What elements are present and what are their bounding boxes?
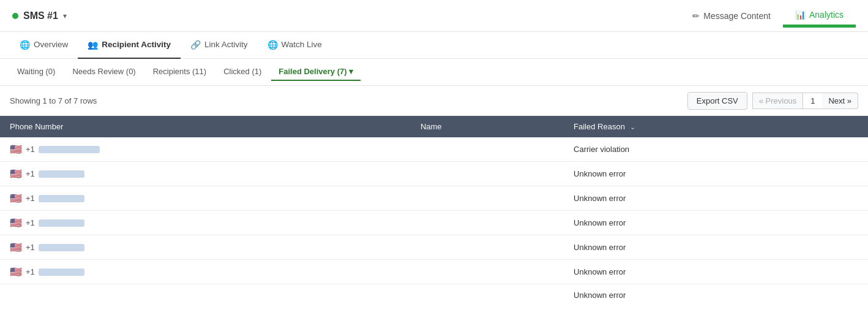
subtab-needs-review[interactable]: Needs Review (0) xyxy=(65,63,143,81)
name-cell xyxy=(411,260,564,284)
message-content-button[interactable]: ✏ Message Content xyxy=(680,5,783,27)
name-cell xyxy=(411,137,564,162)
phone-cell xyxy=(0,284,411,306)
failed-reason-cell: Unknown error xyxy=(564,211,868,235)
tab-watch-live-label: Watch Live xyxy=(282,40,322,49)
name-cell xyxy=(411,162,564,186)
phone-prefix: +1 xyxy=(26,194,35,203)
nav-tabs: 🌐 Overview 👥 Recipient Activity 🔗 Link A… xyxy=(0,32,868,59)
phone-redacted xyxy=(39,219,84,227)
flag-icon: 🇺🇸 xyxy=(10,242,22,253)
table-row: 🇺🇸 +1 Unknown error xyxy=(0,235,868,260)
sort-arrow-icon: ⌄ xyxy=(630,123,635,131)
phone-cell: 🇺🇸 +1 xyxy=(0,260,411,284)
pencil-icon: ✏ xyxy=(692,11,700,21)
top-bar-left: SMS #1 ▾ xyxy=(12,10,67,21)
flag-icon: 🇺🇸 xyxy=(10,192,22,204)
col-name: Name xyxy=(411,116,564,137)
toolbar: Showing 1 to 7 of 7 rows Export CSV « Pr… xyxy=(0,86,868,116)
status-dot xyxy=(12,13,18,19)
table-row: 🇺🇸 +1 Unknown error xyxy=(0,211,868,235)
phone-cell: 🇺🇸 +1 xyxy=(0,162,411,186)
recipient-activity-icon: 👥 xyxy=(88,40,98,50)
flag-icon: 🇺🇸 xyxy=(10,266,22,278)
tab-recipient-activity[interactable]: 👥 Recipient Activity xyxy=(78,32,181,59)
phone-prefix: +1 xyxy=(26,145,35,154)
tab-overview-label: Overview xyxy=(34,40,68,49)
phone-prefix: +1 xyxy=(26,267,35,276)
subtab-recipients[interactable]: Recipients (11) xyxy=(146,63,214,81)
campaign-dropdown-icon[interactable]: ▾ xyxy=(63,12,67,20)
table-row: 🇺🇸 +1 Unknown error xyxy=(0,260,868,284)
phone-redacted xyxy=(39,170,84,178)
link-activity-icon: 🔗 xyxy=(190,40,201,50)
subtab-clicked[interactable]: Clicked (1) xyxy=(216,63,269,81)
failed-reason-cell: Carrier violation xyxy=(564,137,868,162)
failed-reason-cell: Unknown error xyxy=(564,186,868,211)
table-row: 🇺🇸 +1 Carrier violation xyxy=(0,137,868,162)
showing-text: Showing 1 to 7 of 7 rows xyxy=(10,96,97,105)
top-bar: SMS #1 ▾ ✏ Message Content 📊 Analytics xyxy=(0,0,868,32)
tab-link-activity-label: Link Activity xyxy=(204,40,248,49)
failed-reason-cell: Unknown error xyxy=(564,260,868,284)
message-content-label: Message Content xyxy=(703,11,771,21)
name-cell xyxy=(411,284,564,306)
phone-redacted xyxy=(39,268,84,276)
failed-reason-cell: Unknown error xyxy=(564,162,868,186)
current-page: 1 xyxy=(803,93,822,109)
previous-page-button[interactable]: « Previous xyxy=(752,93,803,109)
table-row: 🇺🇸 +1 Unknown error xyxy=(0,162,868,186)
data-table: Phone Number Name Failed Reason ⌄ 🇺🇸 +1 … xyxy=(0,116,868,306)
phone-redacted xyxy=(39,244,84,251)
export-csv-button[interactable]: Export CSV xyxy=(687,92,747,110)
subtab-failed-delivery-label: Failed Delivery (7) ▾ xyxy=(279,67,353,76)
subtab-clicked-label: Clicked (1) xyxy=(223,67,261,76)
subtab-failed-delivery[interactable]: Failed Delivery (7) ▾ xyxy=(271,63,361,81)
flag-icon: 🇺🇸 xyxy=(10,217,22,229)
phone-cell: 🇺🇸 +1 xyxy=(0,186,411,211)
tab-overview[interactable]: 🌐 Overview xyxy=(10,32,78,59)
subtab-waiting-label: Waiting (0) xyxy=(17,67,55,76)
pagination: Export CSV « Previous 1 Next » xyxy=(687,92,858,110)
name-cell xyxy=(411,186,564,211)
tab-recipient-activity-label: Recipient Activity xyxy=(102,40,171,49)
overview-icon: 🌐 xyxy=(20,40,30,50)
failed-reason-cell: Unknown error xyxy=(564,284,868,306)
col-failed-reason[interactable]: Failed Reason ⌄ xyxy=(564,116,868,137)
phone-prefix: +1 xyxy=(26,243,35,252)
col-phone-number: Phone Number xyxy=(0,116,411,137)
table-header-row: Phone Number Name Failed Reason ⌄ xyxy=(0,116,868,137)
table-row: Unknown error xyxy=(0,284,868,306)
subtab-needs-review-label: Needs Review (0) xyxy=(72,67,135,76)
flag-icon: 🇺🇸 xyxy=(10,168,22,180)
phone-cell: 🇺🇸 +1 xyxy=(0,235,411,260)
phone-cell: 🇺🇸 +1 xyxy=(0,211,411,235)
analytics-button[interactable]: 📊 Analytics xyxy=(783,4,856,28)
phone-prefix: +1 xyxy=(26,169,35,178)
subtab-recipients-label: Recipients (11) xyxy=(153,67,206,76)
name-cell xyxy=(411,235,564,260)
watch-live-icon: 🌐 xyxy=(268,40,278,50)
tab-watch-live[interactable]: 🌐 Watch Live xyxy=(258,32,332,59)
subtab-waiting[interactable]: Waiting (0) xyxy=(10,63,62,81)
campaign-title: SMS #1 xyxy=(23,10,58,21)
flag-icon: 🇺🇸 xyxy=(10,143,22,155)
table-row: 🇺🇸 +1 Unknown error xyxy=(0,186,868,211)
phone-redacted xyxy=(39,146,100,153)
name-cell xyxy=(411,211,564,235)
tab-link-activity[interactable]: 🔗 Link Activity xyxy=(181,32,258,59)
top-bar-right: ✏ Message Content 📊 Analytics xyxy=(680,4,856,28)
phone-prefix: +1 xyxy=(26,218,35,227)
analytics-label: Analytics xyxy=(809,10,844,20)
next-page-button[interactable]: Next » xyxy=(822,93,858,109)
failed-reason-cell: Unknown error xyxy=(564,235,868,260)
sub-tabs: Waiting (0) Needs Review (0) Recipients … xyxy=(0,59,868,86)
bar-chart-icon: 📊 xyxy=(795,10,806,20)
phone-cell: 🇺🇸 +1 xyxy=(0,137,411,162)
phone-redacted xyxy=(39,195,84,202)
